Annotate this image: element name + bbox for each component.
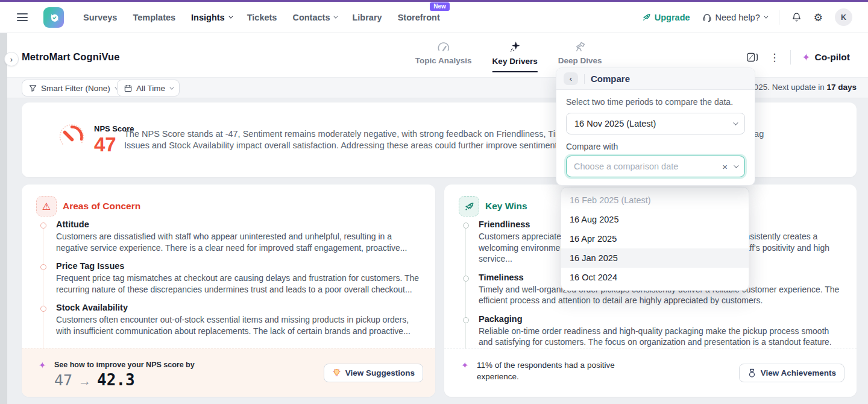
new-badge: New (430, 2, 450, 11)
timeline-line (465, 228, 466, 353)
tab-topic-analysis[interactable]: Topic Analysis (415, 41, 472, 72)
need-help-menu[interactable]: Need help? (702, 13, 767, 22)
expand-sidebar-button[interactable]: › (4, 52, 19, 66)
sparkle-icon: ✦ (461, 360, 469, 371)
view-suggestions-button[interactable]: View Suggestions (324, 364, 423, 382)
collapsed-sidebar-strip (0, 33, 7, 404)
achievements-footer: ✦ 11% of the respondents had a positive … (444, 349, 857, 397)
telescope-icon (573, 41, 587, 53)
key-wins-title: Key Wins (485, 201, 527, 212)
nav-item-contacts[interactable]: Contacts (292, 13, 336, 22)
dropdown-option[interactable]: 16 Aug 2025 (561, 210, 749, 229)
compare-title: Compare (591, 74, 630, 84)
compare-with-label: Compare with (566, 142, 745, 151)
nav-item-tickets[interactable]: Tickets (247, 13, 277, 22)
calendar-icon (124, 84, 132, 92)
surveysparrow-logo[interactable] (43, 7, 64, 28)
medal-icon (747, 368, 756, 378)
areas-of-concern-title: Areas of Concern (63, 201, 140, 212)
back-button[interactable]: ‹ (564, 72, 578, 85)
hamburger-menu-icon[interactable] (17, 13, 28, 21)
chevron-down-icon (169, 85, 174, 89)
clear-icon[interactable]: × (719, 162, 731, 172)
compare-panel-icon[interactable] (747, 52, 758, 62)
positive-experience-text: 11% of the respondents had a positive ex… (477, 359, 640, 382)
dropdown-option: 16 Feb 2025 (Latest) (561, 191, 749, 210)
funnel-icon (29, 84, 37, 92)
nav-item-insights[interactable]: Insights (191, 13, 231, 22)
rocket-icon (642, 13, 651, 22)
chevron-down-icon (733, 120, 738, 125)
comparison-date-input[interactable] (567, 156, 719, 177)
app-screen: Surveys Templates Insights Tickets Conta… (0, 0, 868, 404)
chevron-down-icon (764, 14, 768, 19)
arrow-right-icon: → (78, 374, 91, 388)
update-note: 2025. Next update in 17 days (749, 83, 857, 92)
compare-popover: ‹ Compare Select two time periods to com… (556, 68, 755, 186)
score-projection: 47 → 42.3 (54, 371, 135, 389)
top-navbar: Surveys Templates Insights Tickets Conta… (0, 2, 868, 33)
compare-description: Select two time periods to compare the d… (566, 97, 745, 107)
concern-item: Attitude Customers are dissatisfied with… (56, 219, 421, 253)
nps-gauge-icon (58, 124, 86, 150)
nps-improve-footer: ✦ See how to improve your NPS score by 4… (22, 349, 435, 397)
kebab-menu-icon[interactable]: ⋮ (769, 52, 779, 63)
dropdown-option[interactable]: 16 Apr 2025 (561, 229, 749, 248)
chevron-down-icon (228, 14, 233, 19)
nav-item-templates[interactable]: Templates (133, 13, 175, 22)
chevron-down-icon (334, 14, 338, 19)
nav-item-surveys[interactable]: Surveys (83, 13, 117, 22)
divider (584, 74, 585, 84)
divider (779, 10, 779, 25)
nav-item-storefront[interactable]: Storefront New (398, 13, 440, 22)
time-range-dropdown[interactable]: All Time (117, 80, 180, 96)
upgrade-button[interactable]: Upgrade (642, 13, 690, 22)
divider (790, 50, 791, 65)
areas-of-concern-card: ⚠ Areas of Concern Attitude Customers ar… (22, 185, 435, 397)
bird-icon (48, 11, 60, 24)
copilot-button[interactable]: ✦ Co-pilot (802, 51, 850, 63)
smart-filter-dropdown[interactable]: Smart Filter (None) (22, 80, 125, 96)
nav-item-library[interactable]: Library (352, 13, 382, 22)
gauge-icon (437, 41, 450, 53)
tab-key-drivers[interactable]: Key Drivers (492, 41, 538, 72)
compare-popover-header: ‹ Compare (556, 68, 755, 90)
copilot-sparkle-icon: ✦ (802, 51, 810, 63)
dropdown-option[interactable]: 16 Jan 2025 (561, 248, 749, 268)
chevron-down-icon[interactable] (734, 163, 738, 168)
bell-icon[interactable] (791, 12, 802, 22)
avatar[interactable]: K (835, 8, 852, 26)
base-period-select[interactable]: 16 Nov 2025 (Latest) (566, 113, 745, 134)
sparkle-icon: ✦ (39, 360, 46, 371)
dropdown-option[interactable]: 16 Oct 2024 (561, 268, 749, 287)
concern-item: Price Tag Issues Frequent price tag mism… (56, 261, 421, 295)
improve-prompt: See how to improve your NPS score by (54, 361, 195, 369)
page-title: MetroMart CogniVue (22, 51, 120, 63)
warning-icon: ⚠ (36, 196, 57, 216)
win-item: Packaging Reliable on-time order readine… (479, 314, 842, 348)
sparkle-star-icon (508, 41, 521, 54)
view-achievements-button[interactable]: View Achievements (739, 364, 844, 382)
headset-icon (702, 13, 712, 22)
concern-item: Stock Availability Customers often encou… (56, 303, 421, 336)
rocket-icon (459, 196, 479, 216)
nps-score-value: 47 (94, 133, 116, 156)
comparison-date-field: × (566, 156, 745, 177)
lightbulb-icon (332, 368, 341, 377)
comparison-date-dropdown: 16 Feb 2025 (Latest) 16 Aug 2025 16 Apr … (561, 187, 749, 291)
gear-icon[interactable]: ⚙ (814, 11, 823, 24)
